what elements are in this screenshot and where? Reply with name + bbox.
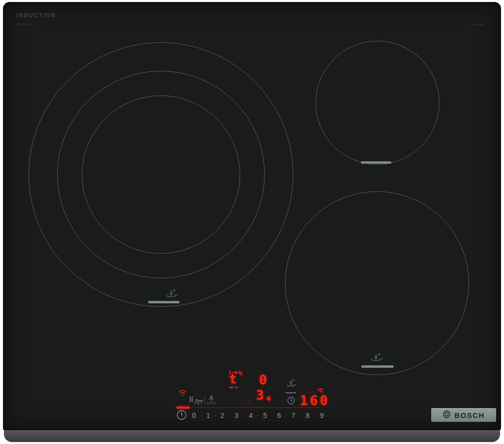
timer-underline-mark xyxy=(235,387,238,388)
level-separator: · xyxy=(300,413,301,418)
level-separator: · xyxy=(200,413,202,418)
level-key-2[interactable]: 2 xyxy=(220,412,224,419)
hob-front-edge xyxy=(4,430,500,442)
level-key-9[interactable]: 9 xyxy=(320,412,324,419)
level-separator: · xyxy=(271,413,273,418)
zone-left-inner-ring xyxy=(82,95,240,254)
product-line-label: INDUCTION xyxy=(16,12,56,18)
slider-active-segment[interactable] xyxy=(176,407,190,409)
timer-superscript-digit: 8 xyxy=(240,372,242,376)
fry-sensor-icon xyxy=(165,287,179,302)
pan-position-mark-top-right xyxy=(361,161,391,164)
print-code-label: 9001018398 xyxy=(471,24,484,26)
lock-key-label: 4 SEC xyxy=(194,402,202,405)
level-separator: · xyxy=(285,413,287,418)
bosch-logo-text: BOSCH xyxy=(454,411,485,419)
power-icon[interactable] xyxy=(176,410,187,420)
zone-top-right-ring xyxy=(315,41,440,165)
level-key-8[interactable]: 8 xyxy=(306,412,310,419)
level-key-3[interactable]: 3 xyxy=(235,412,239,419)
power-level-scale: 0 · 1 · 2 · 3 · 4 · 5 · 6 · 7 · 8 · 9 xyxy=(192,411,324,420)
bosch-logo-plate: BOSCH xyxy=(431,408,496,422)
power-level-sub-digit: 5 xyxy=(267,396,271,402)
fry-sensor-icon xyxy=(370,351,384,366)
level-key-1[interactable]: 1 xyxy=(206,412,210,419)
level-separator: · xyxy=(243,413,244,418)
wifi-icon xyxy=(178,389,187,399)
level-key-0[interactable]: 0 xyxy=(192,412,196,419)
slider-track[interactable] xyxy=(192,407,320,408)
level-key-4[interactable]: 4 xyxy=(249,412,253,419)
level-key-6[interactable]: 6 xyxy=(277,412,281,419)
timer-underline-mark xyxy=(229,387,233,388)
panel-divider xyxy=(204,396,205,404)
steam-pan-icon xyxy=(286,379,297,390)
clock-icon[interactable] xyxy=(287,396,295,407)
temperature-value: 160 xyxy=(300,394,330,407)
level-key-7[interactable]: 7 xyxy=(291,412,295,419)
level-key-5[interactable]: 5 xyxy=(263,412,267,419)
bosch-emblem-icon xyxy=(442,410,451,420)
boost-key-label: BOOST xyxy=(207,402,217,405)
level-separator: · xyxy=(215,413,216,418)
timer-indicator-digit[interactable]: t xyxy=(229,373,237,385)
zone-bottom-right-ring xyxy=(285,191,469,375)
favourite-star-icon[interactable]: ☆ xyxy=(245,397,252,406)
level-separator: · xyxy=(228,413,230,418)
timer-value-digit: 0 xyxy=(259,373,267,386)
sensor-separator-line xyxy=(285,392,296,393)
level-separator: · xyxy=(314,413,315,418)
pause-icon[interactable] xyxy=(189,396,193,405)
induction-hob-surface: INDUCTION PID631HC1 9001018398 xyxy=(3,2,501,430)
model-number-label: PID631HC1 xyxy=(17,23,35,26)
level-separator: · xyxy=(257,413,258,418)
